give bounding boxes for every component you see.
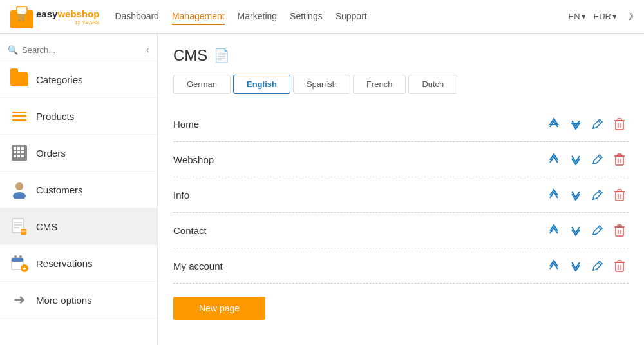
header-right: EN ▾ EUR ▾ ☽ bbox=[568, 10, 634, 23]
collapse-sidebar-button[interactable]: ‹ bbox=[146, 44, 149, 55]
svg-rect-22 bbox=[12, 258, 23, 262]
sidebar-label-reservations: Reservations bbox=[36, 258, 93, 269]
move-down-button[interactable] bbox=[567, 257, 585, 274]
svg-rect-4 bbox=[14, 147, 16, 150]
svg-text:🛒: 🛒 bbox=[17, 12, 27, 21]
svg-rect-9 bbox=[21, 151, 24, 153]
cms-pages-list: Home Webshop bbox=[173, 106, 629, 284]
svg-text:+: + bbox=[23, 265, 26, 272]
nav-marketing[interactable]: Marketing bbox=[238, 8, 277, 25]
dark-mode-toggle[interactable]: ☽ bbox=[625, 10, 634, 23]
page-title-row: CMS 📄 bbox=[173, 46, 629, 64]
move-up-button[interactable] bbox=[545, 115, 563, 132]
orders-icon bbox=[10, 144, 28, 162]
row-actions-info bbox=[545, 186, 629, 203]
page-label-info: Info bbox=[173, 190, 545, 201]
delete-button[interactable] bbox=[611, 151, 629, 168]
move-down-button[interactable] bbox=[567, 115, 585, 132]
sidebar-item-categories[interactable]: Categories bbox=[0, 61, 157, 98]
nav-settings[interactable]: Settings bbox=[290, 8, 323, 25]
svg-rect-10 bbox=[14, 155, 16, 157]
sidebar-item-orders[interactable]: Orders bbox=[0, 135, 157, 172]
table-row: My account bbox=[173, 248, 629, 284]
sidebar-item-customers[interactable]: Customers bbox=[0, 172, 157, 208]
customers-icon bbox=[10, 181, 28, 199]
sidebar-nav: Categories Products bbox=[0, 61, 157, 345]
language-selector[interactable]: EN ▾ bbox=[568, 12, 585, 21]
delete-button[interactable] bbox=[611, 186, 629, 203]
delete-button[interactable] bbox=[611, 222, 629, 239]
sidebar-label-categories: Categories bbox=[36, 74, 83, 85]
svg-rect-42 bbox=[618, 190, 621, 192]
move-down-button[interactable] bbox=[567, 222, 585, 239]
new-page-button[interactable]: New page bbox=[173, 297, 265, 320]
sidebar: 🔍 ‹ Categories bbox=[0, 34, 158, 345]
row-actions-my-account bbox=[545, 257, 629, 274]
edit-button[interactable] bbox=[589, 222, 607, 238]
move-down-button[interactable] bbox=[567, 151, 585, 168]
sidebar-label-orders: Orders bbox=[36, 148, 66, 159]
svg-point-13 bbox=[15, 182, 23, 190]
svg-line-27 bbox=[598, 121, 601, 123]
delete-button[interactable] bbox=[611, 257, 629, 274]
svg-rect-11 bbox=[17, 155, 20, 157]
search-icon: 🔍 bbox=[8, 45, 18, 55]
tab-english[interactable]: English bbox=[233, 75, 290, 94]
search-input[interactable] bbox=[22, 45, 142, 55]
cms-title-icon: 📄 bbox=[214, 48, 230, 63]
page-label-my-account: My account bbox=[173, 261, 545, 271]
svg-rect-34 bbox=[616, 156, 623, 165]
edit-button[interactable] bbox=[589, 152, 607, 167]
sidebar-item-more-options[interactable]: ➜ More options bbox=[0, 282, 157, 319]
svg-line-39 bbox=[598, 192, 601, 194]
page-label-home: Home bbox=[173, 119, 545, 130]
svg-text:✏: ✏ bbox=[21, 228, 26, 235]
reservations-icon: + bbox=[10, 254, 28, 272]
main-content: CMS 📄 German English Spanish French Dutc… bbox=[158, 34, 644, 345]
cms-icon: ✏ bbox=[10, 217, 28, 235]
row-actions-contact bbox=[545, 222, 629, 239]
row-actions-home bbox=[545, 115, 629, 132]
move-up-button[interactable] bbox=[545, 257, 563, 274]
logo-text: easywebshop 15 YEARS bbox=[36, 8, 99, 25]
language-tabs: German English Spanish French Dutch bbox=[173, 75, 629, 94]
table-row: Home bbox=[173, 106, 629, 142]
move-up-button[interactable] bbox=[545, 151, 563, 168]
nav-support[interactable]: Support bbox=[336, 8, 367, 25]
delete-button[interactable] bbox=[611, 115, 629, 132]
page-label-webshop: Webshop bbox=[173, 154, 545, 165]
edit-button[interactable] bbox=[589, 187, 607, 202]
svg-rect-52 bbox=[616, 262, 623, 271]
nav-management[interactable]: Management bbox=[172, 8, 225, 25]
move-up-button[interactable] bbox=[545, 222, 563, 239]
move-up-button[interactable] bbox=[545, 186, 563, 203]
tab-dutch[interactable]: Dutch bbox=[408, 75, 457, 94]
sidebar-item-reservations[interactable]: + Reservations bbox=[0, 245, 157, 282]
svg-line-45 bbox=[598, 227, 601, 230]
edit-button[interactable] bbox=[589, 116, 607, 132]
sidebar-label-products: Products bbox=[36, 111, 74, 122]
svg-rect-6 bbox=[21, 147, 24, 150]
logo[interactable]: 🛒 easywebshop 15 YEARS bbox=[10, 5, 99, 28]
currency-selector[interactable]: EUR ▾ bbox=[594, 12, 617, 21]
page-title: CMS bbox=[173, 46, 207, 64]
svg-point-26 bbox=[19, 255, 22, 258]
svg-rect-46 bbox=[616, 227, 623, 236]
search-bar: 🔍 ‹ bbox=[0, 39, 157, 61]
sidebar-label-more-options: More options bbox=[36, 295, 92, 306]
row-actions-webshop bbox=[545, 151, 629, 168]
move-down-button[interactable] bbox=[567, 186, 585, 203]
arrow-right-icon: ➜ bbox=[10, 291, 28, 309]
tab-german[interactable]: German bbox=[173, 75, 231, 94]
main-nav: Dashboard Management Marketing Settings … bbox=[115, 8, 568, 25]
table-row: Info bbox=[173, 177, 629, 213]
svg-rect-30 bbox=[618, 119, 621, 121]
tab-spanish[interactable]: Spanish bbox=[293, 75, 350, 94]
folder-icon bbox=[10, 70, 28, 88]
nav-dashboard[interactable]: Dashboard bbox=[115, 8, 159, 25]
svg-rect-40 bbox=[616, 192, 623, 201]
tab-french[interactable]: French bbox=[353, 75, 406, 94]
sidebar-item-cms[interactable]: ✏ CMS bbox=[0, 208, 157, 245]
sidebar-item-products[interactable]: Products bbox=[0, 98, 157, 135]
edit-button[interactable] bbox=[589, 258, 607, 273]
